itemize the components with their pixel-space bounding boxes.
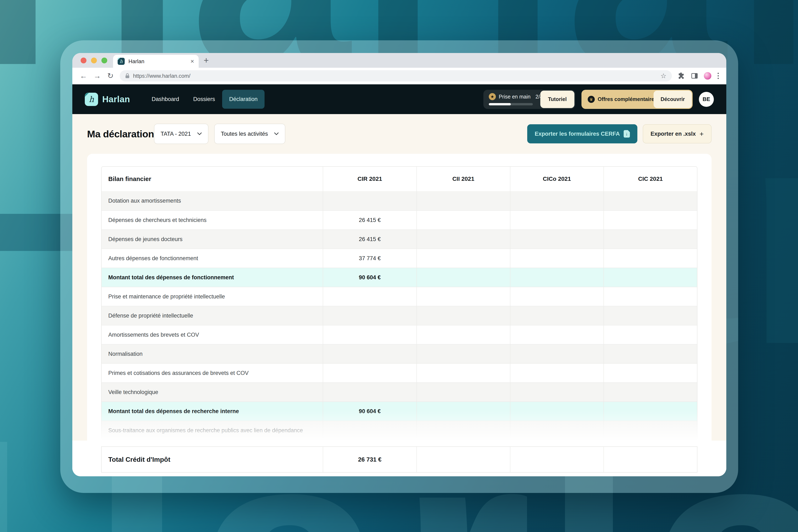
tutorial-button[interactable]: Tutoriel xyxy=(540,91,574,108)
row-value-cell xyxy=(416,325,510,344)
financial-table: Bilan financier CIR 2021CII 2021CICo 202… xyxy=(101,166,698,440)
nav-link-dossiers[interactable]: Dossiers xyxy=(186,90,222,109)
address-bar[interactable]: https://www.harlan.com/ ☆ xyxy=(120,70,672,81)
table-row: Montant total des dépenses de recherche … xyxy=(102,401,697,421)
offers-widget: ♛ Offres complémentaires Découvrir xyxy=(582,90,692,109)
row-label: Normalisation xyxy=(102,345,323,363)
main-nav: DashboardDossiersDéclaration xyxy=(145,90,265,109)
tab-close-icon[interactable]: × xyxy=(190,58,194,65)
plus-icon: + xyxy=(700,130,704,138)
bookmark-star-icon[interactable]: ☆ xyxy=(661,72,666,80)
row-value-cell xyxy=(510,211,604,229)
reload-icon[interactable]: ↻ xyxy=(107,72,113,80)
row-value-cell xyxy=(510,230,604,249)
total-value-cell xyxy=(604,447,697,472)
export-cerfa-button[interactable]: Exporter les formulaires CERFA ↓ xyxy=(527,124,638,144)
row-value-cell xyxy=(510,191,604,210)
row-value-cell xyxy=(510,268,604,287)
row-value-cell xyxy=(604,191,697,210)
total-footer-band: Total Crédit d'Impôt 26 731 € xyxy=(72,440,726,476)
activity-select[interactable]: Toutes les activités xyxy=(214,124,286,144)
app-navbar: h Harlan DashboardDossiersDéclaration ★ … xyxy=(72,84,726,114)
discover-button[interactable]: Découvrir xyxy=(653,91,692,108)
window-controls xyxy=(81,58,107,63)
table-title: Bilan financier xyxy=(102,167,323,191)
row-value-cell xyxy=(323,325,416,344)
total-value-cell xyxy=(510,447,604,472)
chevron-down-icon xyxy=(197,132,202,135)
browser-profile-avatar[interactable] xyxy=(704,72,711,80)
row-value-cell xyxy=(416,211,510,229)
row-value-cell xyxy=(416,345,510,363)
row-value-cell xyxy=(510,325,604,344)
forward-icon[interactable]: → xyxy=(94,72,101,80)
download-document-icon: ↓ xyxy=(624,130,630,137)
row-value-cell xyxy=(416,364,510,382)
extensions-puzzle-icon[interactable] xyxy=(678,72,685,80)
table-header-row: Bilan financier CIR 2021CII 2021CICo 202… xyxy=(102,167,697,191)
row-label: Dépenses de jeunes docteurs xyxy=(102,230,323,249)
row-value-cell xyxy=(510,364,604,382)
row-label: Dotation aux amortissements xyxy=(102,191,323,210)
row-value-cell xyxy=(604,287,697,306)
row-value-cell xyxy=(416,191,510,210)
table-row: Sous-traitance aux organismes de recherc… xyxy=(102,421,697,440)
row-label: Veille technologique xyxy=(102,383,323,401)
row-value-cell xyxy=(416,249,510,268)
close-window-button[interactable] xyxy=(81,58,87,63)
activity-select-value: Toutes les activités xyxy=(221,131,268,137)
new-tab-button[interactable]: + xyxy=(204,56,209,65)
user-avatar[interactable]: BE xyxy=(699,92,714,107)
onboarding-label: Prise en main xyxy=(499,94,531,100)
row-label: Montant total des dépenses de recherche … xyxy=(102,402,323,421)
maximize-window-button[interactable] xyxy=(101,58,107,63)
export-xlsx-button[interactable]: Exporter en .xslx + xyxy=(643,124,711,144)
harlan-favicon-icon: h xyxy=(118,58,125,65)
nav-link-déclaration[interactable]: Déclaration xyxy=(222,90,265,109)
onboarding-star-icon: ★ xyxy=(489,93,496,100)
dossier-select[interactable]: TATA - 2021 xyxy=(154,124,208,144)
total-row: Total Crédit d'Impôt 26 731 € xyxy=(101,446,698,473)
row-label: Autres dépenses de fonctionnement xyxy=(102,249,323,268)
browser-tab[interactable]: h Harlan × xyxy=(113,55,199,68)
offers-label: Offres complémentaires xyxy=(598,96,657,102)
table-column-header: CIR 2021 xyxy=(323,167,416,191)
browser-menu-icon[interactable] xyxy=(718,73,719,79)
row-value-cell xyxy=(510,249,604,268)
row-label: Dépenses de chercheurs et techniciens xyxy=(102,211,323,229)
row-value-cell xyxy=(604,230,697,249)
table-row: Autres dépenses de fonctionnement 37 774… xyxy=(102,249,697,268)
harlan-brand[interactable]: h Harlan xyxy=(85,93,130,106)
table-column-header: CICo 2021 xyxy=(510,167,604,191)
row-value-cell: 26 415 € xyxy=(323,211,416,229)
row-value-cell xyxy=(416,421,510,440)
row-label: Montant total des dépenses de fonctionne… xyxy=(102,268,323,287)
row-label: Prise et maintenance de propriété intell… xyxy=(102,287,323,306)
onboarding-progress-bar xyxy=(489,103,533,106)
browser-tab-strip: h Harlan × + xyxy=(72,53,726,68)
row-label: Amortissements des brevets et COV xyxy=(102,325,323,344)
onboarding-widget: ★ Prise en main 2/4 Tutoriel xyxy=(483,90,575,109)
minimize-window-button[interactable] xyxy=(91,58,97,63)
row-label: Primes et cotisations des assurances de … xyxy=(102,364,323,382)
back-icon[interactable]: ← xyxy=(80,72,87,80)
row-value-cell xyxy=(323,191,416,210)
row-value-cell xyxy=(604,268,697,287)
row-value-cell xyxy=(604,402,697,421)
table-scroll-area[interactable]: Bilan financier CIR 2021CII 2021CICo 202… xyxy=(87,154,711,440)
total-label: Total Crédit d'Impôt xyxy=(102,447,323,472)
table-row: Montant total des dépenses de fonctionne… xyxy=(102,268,697,287)
url-text: https://www.harlan.com/ xyxy=(133,73,657,79)
row-value-cell xyxy=(510,287,604,306)
side-panel-icon[interactable] xyxy=(691,73,698,79)
total-value-cell xyxy=(416,447,510,472)
table-body: Dotation aux amortissements Dépenses de … xyxy=(102,191,697,440)
row-value-cell xyxy=(323,421,416,440)
row-value-cell: 90 604 € xyxy=(323,268,416,287)
table-row: Normalisation xyxy=(102,344,697,363)
nav-link-dashboard[interactable]: Dashboard xyxy=(145,90,186,109)
table-row: Dotation aux amortissements xyxy=(102,191,697,210)
tab-title: Harlan xyxy=(129,58,187,64)
row-value-cell xyxy=(510,402,604,421)
page-content: Ma déclaration TATA - 2021 Toutes les ac… xyxy=(72,114,726,476)
